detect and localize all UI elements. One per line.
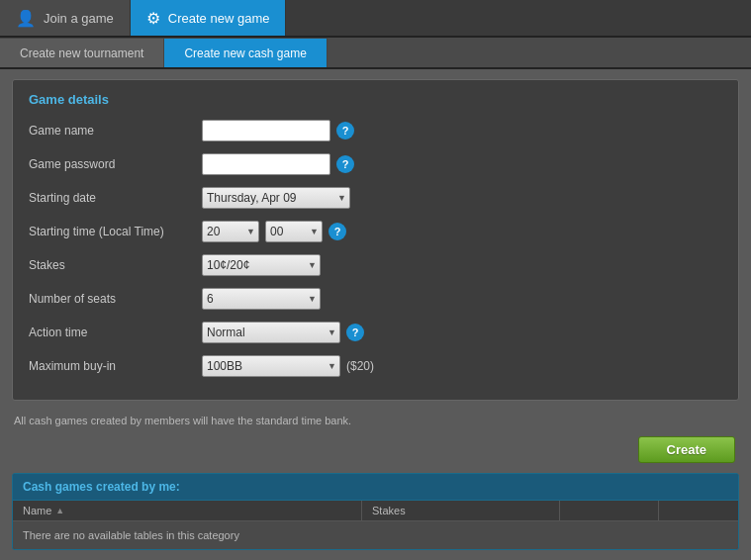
- footer-note: All cash games created by members will h…: [12, 409, 739, 432]
- column-name-label: Name: [23, 505, 51, 516]
- cash-games-empty-message: There are no available tables in this ca…: [13, 521, 738, 549]
- main-content: Game details Game name ? Game password ?…: [0, 69, 751, 560]
- seats-controls: 6: [202, 288, 722, 310]
- stakes-controls: 10¢/20¢: [202, 254, 722, 276]
- join-tab-label: Join a game: [44, 11, 114, 26]
- create-button-row: Create: [12, 436, 739, 463]
- max-buyin-label: Maximum buy-in: [29, 359, 202, 373]
- max-buyin-select-wrapper: 100BB: [202, 355, 340, 377]
- action-time-select-wrapper: Normal: [202, 322, 340, 343]
- starting-minute-select[interactable]: 00: [265, 221, 323, 242]
- sub-tabs: Create new tournament Create new cash ga…: [0, 38, 751, 69]
- gear-icon: ⚙: [146, 9, 160, 28]
- game-password-row: Game password ?: [29, 152, 722, 176]
- game-name-help-icon[interactable]: ?: [336, 122, 354, 140]
- starting-hour-select[interactable]: 20: [202, 221, 259, 242]
- cash-games-header: Cash games created by me:: [13, 474, 738, 501]
- game-password-label: Game password: [29, 157, 202, 171]
- create-game-tab[interactable]: ⚙ Create new game: [131, 0, 287, 36]
- starting-time-label: Starting time (Local Time): [29, 225, 202, 238]
- game-name-input[interactable]: [202, 120, 330, 141]
- top-navigation: 👤 Join a game ⚙ Create new game: [0, 0, 751, 38]
- seats-row: Number of seats 6: [29, 287, 722, 311]
- starting-date-label: Starting date: [29, 191, 202, 205]
- column-name: Name ▲: [13, 501, 362, 520]
- join-icon: 👤: [16, 9, 36, 28]
- action-time-select[interactable]: Normal: [202, 322, 340, 343]
- game-name-controls: ?: [202, 120, 722, 141]
- cash-games-columns: Name ▲ Stakes: [13, 501, 738, 521]
- seats-select[interactable]: 6: [202, 288, 321, 310]
- max-buyin-select[interactable]: 100BB: [202, 355, 340, 377]
- stakes-select-wrapper: 10¢/20¢: [202, 254, 321, 276]
- game-password-input[interactable]: [202, 153, 330, 175]
- join-game-tab[interactable]: 👤 Join a game: [0, 0, 131, 36]
- tournament-tab-label: Create new tournament: [20, 47, 143, 60]
- stakes-label: Stakes: [29, 258, 202, 272]
- action-time-row: Action time Normal ?: [29, 321, 722, 344]
- game-name-label: Game name: [29, 124, 202, 138]
- starting-date-row: Starting date Thursday, Apr 09: [29, 186, 722, 210]
- action-time-label: Action time: [29, 326, 202, 339]
- starting-hour-wrapper: 20: [202, 221, 259, 242]
- max-buyin-usd: ($20): [346, 359, 374, 373]
- column-stakes: Stakes: [362, 501, 560, 520]
- create-button[interactable]: Create: [638, 436, 735, 463]
- max-buyin-row: Maximum buy-in 100BB ($20): [29, 354, 722, 378]
- starting-minute-wrapper: 00: [265, 221, 323, 242]
- create-cashgame-tab[interactable]: Create new cash game: [164, 38, 327, 67]
- column-stakes-label: Stakes: [372, 505, 406, 516]
- starting-time-controls: 20 00 ?: [202, 221, 722, 242]
- seats-select-wrapper: 6: [202, 288, 321, 310]
- action-time-controls: Normal ?: [202, 322, 722, 343]
- game-password-controls: ?: [202, 153, 722, 175]
- game-name-row: Game name ?: [29, 119, 722, 142]
- sort-icon[interactable]: ▲: [55, 506, 64, 515]
- create-tournament-tab[interactable]: Create new tournament: [0, 38, 164, 67]
- starting-date-select[interactable]: Thursday, Apr 09: [202, 187, 350, 209]
- seats-label: Number of seats: [29, 292, 202, 306]
- create-tab-label: Create new game: [168, 11, 270, 26]
- stakes-row: Stakes 10¢/20¢: [29, 253, 722, 277]
- starting-time-row: Starting time (Local Time) 20 00 ?: [29, 220, 722, 243]
- action-time-help-icon[interactable]: ?: [346, 324, 364, 341]
- max-buyin-controls: 100BB ($20): [202, 355, 722, 377]
- game-password-help-icon[interactable]: ?: [336, 155, 354, 173]
- column-empty-2: [659, 501, 738, 520]
- game-details-section: Game details Game name ? Game password ?…: [12, 79, 739, 401]
- cash-games-section: Cash games created by me: Name ▲ Stakes …: [12, 473, 739, 550]
- cashgame-tab-label: Create new cash game: [184, 47, 306, 60]
- starting-time-help-icon[interactable]: ?: [329, 223, 346, 240]
- stakes-select[interactable]: 10¢/20¢: [202, 254, 321, 276]
- game-details-title: Game details: [29, 92, 722, 107]
- starting-date-controls: Thursday, Apr 09: [202, 187, 722, 209]
- starting-date-select-wrapper: Thursday, Apr 09: [202, 187, 350, 209]
- column-empty-1: [560, 501, 659, 520]
